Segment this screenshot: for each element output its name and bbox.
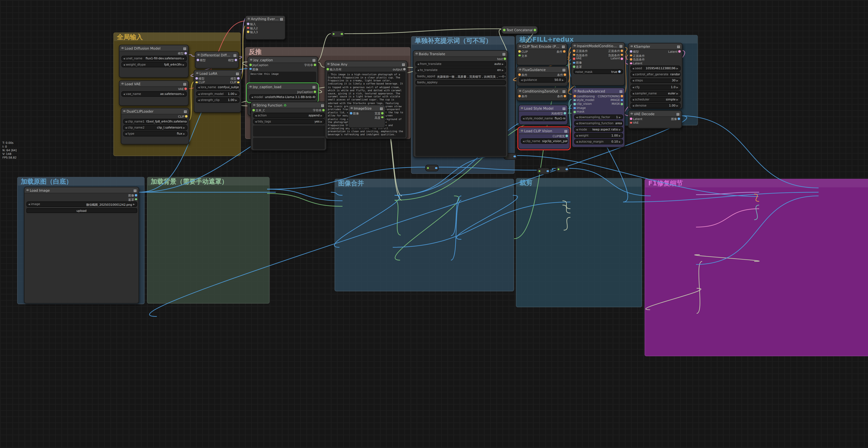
- node-anything-everywhere3[interactable]: Anything Everywhere3▤输入输入2输入3: [245, 15, 286, 40]
- widget-left-arrow[interactable]: ◀: [123, 63, 125, 66]
- output-dot[interactable]: [678, 118, 680, 120]
- widget-style_model_name[interactable]: ◀style_model_nameflux1-redux-de...▶: [521, 116, 566, 121]
- node-collapse-dot[interactable]: [253, 104, 255, 106]
- input-dot[interactable]: [518, 50, 521, 53]
- widget-right-arrow[interactable]: ▶: [677, 67, 678, 70]
- node-header-differential-diffusion[interactable]: Differential Diffusion▤: [195, 52, 238, 58]
- widget-from_translate[interactable]: ◀from_translateauto▶: [415, 61, 506, 67]
- input-slot[interactable]: 模型: [195, 77, 205, 80]
- node-load-style-model[interactable]: Load Style Model▤风格模型◀style_model_namefl…: [518, 105, 568, 125]
- node-inpaint-model-conditioning[interactable]: InpaintModelConditioning▤正面条件正面条件负面条件负面条…: [571, 42, 625, 86]
- widget-strength_model[interactable]: ◀strength_model1.00▶: [196, 91, 239, 97]
- widget-left-arrow[interactable]: ◀: [523, 117, 524, 120]
- output-slot[interactable]: CLIP: [178, 115, 187, 118]
- widget-right-arrow[interactable]: ▶: [320, 114, 322, 117]
- input-dot[interactable]: [630, 62, 632, 64]
- node-collapse-dot[interactable]: [519, 90, 521, 92]
- node-load-vae[interactable]: Load VAE▤VAE◀vae_nameae.safetensors▶: [119, 80, 189, 106]
- widget-left-arrow[interactable]: ◀: [632, 85, 634, 89]
- node-properties-icon[interactable]: ▤: [562, 68, 566, 71]
- input-dot[interactable]: [252, 109, 255, 111]
- input-dot[interactable]: [573, 62, 575, 64]
- widget-left-arrow[interactable]: ◀: [523, 140, 524, 143]
- node-textarea[interactable]: [253, 126, 324, 137]
- node-collapse-dot[interactable]: [574, 44, 576, 47]
- widget-right-arrow[interactable]: ▶: [183, 57, 184, 60]
- input-slot[interactable]: Latent: [630, 62, 642, 65]
- output-dot[interactable]: [314, 64, 316, 66]
- node-properties-icon[interactable]: ▤: [562, 89, 566, 93]
- widget-right-arrow[interactable]: ▶: [502, 69, 504, 72]
- input-slot[interactable]: VAE: [573, 57, 582, 60]
- node-ksampler[interactable]: KSampler▤模型Latent正面条件负面条件Latent◀seed1059…: [628, 43, 683, 109]
- node-load-clip-vision[interactable]: Load CLIP Vision▤CLIP视觉◀clip_namesigclip…: [518, 127, 570, 149]
- input-dot[interactable]: [574, 107, 576, 109]
- output-dot[interactable]: [322, 109, 325, 111]
- widget-right-arrow[interactable]: ▶: [236, 92, 237, 95]
- reroute-in-dot[interactable]: [557, 168, 559, 170]
- output-dot[interactable]: [185, 115, 187, 117]
- output-slot[interactable]: 字符串: [304, 63, 316, 67]
- input-slot[interactable]: clip_vision: [574, 103, 592, 106]
- output-slot[interactable]: Latent: [611, 57, 623, 60]
- widget-guidance[interactable]: ◀guidance50.0▶: [519, 77, 566, 82]
- widget-left-arrow[interactable]: ◀: [123, 57, 125, 60]
- input-slot[interactable]: mask: [574, 110, 584, 113]
- output-dot[interactable]: [381, 112, 384, 114]
- group-title-f1-detail[interactable]: F1修复细节: [645, 179, 868, 187]
- node-text-concatenate-jps[interactable]: Text Concatenate (JP: [501, 26, 538, 34]
- output-dot[interactable]: [504, 58, 506, 60]
- input-dot[interactable]: [327, 68, 329, 70]
- input-slot[interactable]: 条件: [518, 73, 527, 77]
- node-collapse-dot[interactable]: [196, 72, 198, 74]
- widget-left-arrow[interactable]: ◀: [125, 126, 127, 129]
- node-collapse-dot[interactable]: [350, 107, 352, 109]
- widget-clip_name[interactable]: ◀clip_namesigclip_vision_patch14_...▶: [521, 138, 568, 144]
- output-slot[interactable]: Latent: [668, 50, 681, 53]
- output-dot[interactable]: [185, 88, 187, 90]
- output-slot[interactable]: 图像: [671, 117, 680, 121]
- node-string-function[interactable]: String Function ♻▤文本_C字符串◀actionappend▶◀…: [250, 102, 327, 150]
- output-slot[interactable]: 图像: [128, 194, 137, 197]
- node-header-joy-caption-load[interactable]: Joy_caption_load▤: [248, 84, 317, 90]
- node-conditioning-zero-out[interactable]: ConditioningZeroOut▤条件条件: [517, 88, 568, 101]
- output-dot[interactable]: [621, 54, 623, 56]
- input-dot[interactable]: [573, 58, 575, 60]
- widget-right-arrow[interactable]: ▶: [183, 63, 184, 66]
- widget-autocrop_margin[interactable]: ◀autocrop_margin0.10▶: [574, 139, 623, 144]
- node-collapse-dot[interactable]: [519, 68, 521, 70]
- widget-right-arrow[interactable]: ▶: [133, 203, 135, 206]
- widget-weight_dtype[interactable]: ◀weight_dtypefp8_e4m3fn▶: [121, 62, 187, 67]
- widget-image[interactable]: ◀image微信截图_20250310001242.png▶: [26, 202, 137, 207]
- node-properties-icon[interactable]: ▤: [676, 112, 679, 115]
- widget-cfg[interactable]: ◀cfg1.0▶: [630, 84, 680, 90]
- group-title-load-bg[interactable]: 加载背景（需要手动遮罩）: [148, 177, 269, 185]
- node-properties-icon[interactable]: ▤: [280, 17, 283, 21]
- widget-left-arrow[interactable]: ◀: [255, 114, 256, 117]
- node-load-lora[interactable]: Load LoRA▤模型模型CLIPCLIP◀lora_namecomfyui_…: [193, 70, 241, 112]
- input-slot[interactable]: 文本_C: [252, 108, 265, 112]
- output-dot[interactable]: [237, 77, 240, 80]
- widget-to_translate[interactable]: ◀to_translateen▶: [415, 67, 506, 73]
- output-slot[interactable]: 模型: [230, 77, 240, 80]
- reroute-node-4[interactable]: [537, 168, 550, 174]
- node-header-string-function[interactable]: String Function ♻▤: [251, 102, 326, 108]
- reroute-out-dot[interactable]: [514, 156, 516, 157]
- node-header-baidu-translate[interactable]: Baidu Translate▤: [413, 51, 507, 57]
- input-slot[interactable]: 图像: [573, 61, 582, 65]
- node-header-load-diffusion-model[interactable]: Load Diffusion Model▤: [119, 45, 188, 51]
- node-header-clip-text-encode[interactable]: CLIP Text Encode (Prompt)▤: [517, 43, 567, 49]
- widget-seed[interactable]: ◀seed1059546112388196▶: [630, 66, 680, 71]
- widget-action[interactable]: ◀actionappend▶: [253, 113, 324, 118]
- output-slot[interactable]: JoyCaption: [297, 90, 316, 94]
- node-properties-icon[interactable]: ▤: [184, 109, 187, 113]
- widget-left-arrow[interactable]: ◀: [632, 92, 634, 95]
- output-slot[interactable]: 字符串: [313, 108, 325, 112]
- group-title-load-white[interactable]: 加载原图（白底）: [18, 177, 144, 185]
- reroute-in-dot[interactable]: [333, 33, 334, 35]
- node-baidu-translate[interactable]: Baidu Translate▤text◀from_translateauto▶…: [413, 50, 508, 157]
- input-slot[interactable]: 输入2: [247, 26, 258, 30]
- input-slot[interactable]: VAE: [630, 121, 639, 124]
- input-slot[interactable]: image: [574, 106, 586, 110]
- reroute-in-dot[interactable]: [538, 170, 540, 172]
